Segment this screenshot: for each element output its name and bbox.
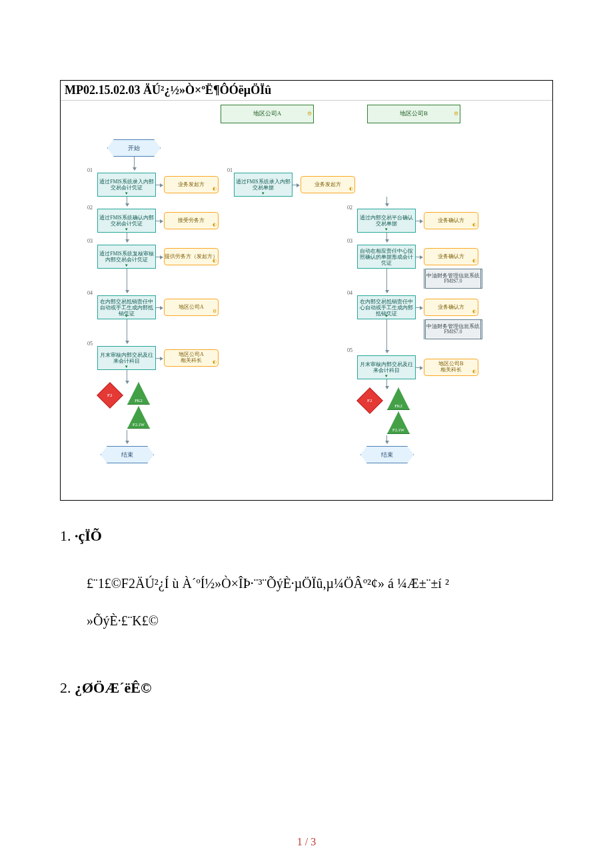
section-1-body: £¨1£©F2ÄÚ²¿Í ù À´ºÍ½»Ò×ÎÞ·¨³¨ÕýÈ·µÖÏû,µ¼… <box>87 565 553 639</box>
flow-arrow <box>386 233 387 242</box>
task-04-right: 在内部交易抵销责任中心自动或手工生成内部抵销凭证▾ <box>357 295 416 319</box>
flow-arrow <box>127 430 127 443</box>
step-num: 02 <box>87 205 93 211</box>
flow-arrow <box>156 358 163 359</box>
risk-f2-right-text: F2 <box>367 398 372 403</box>
task-05-left-text: 月末审核内部交易及往来会计科目 <box>99 352 154 364</box>
risk-f21w-right-text: F2.1W <box>392 427 404 433</box>
role-01a: 业务发起方◐ <box>164 176 219 193</box>
step-num: 03 <box>347 238 352 244</box>
system-04-right: 中油财务管理信息系统 FMIS7.0 <box>424 319 482 339</box>
task-02-right: 通过内部交易平台确认交易单据▾ <box>357 209 416 233</box>
flow-arrow <box>416 257 422 257</box>
task-mark-icon: ▾ <box>125 364 128 369</box>
flow-arrow <box>156 185 163 185</box>
flow-arrow <box>386 435 387 443</box>
task-04-left: 在内部交易抵销责任中自动或手工生成内部抵销凭证▾ <box>97 295 156 319</box>
lane-header-b: 地区公司B ⚙ <box>367 105 460 123</box>
risk-fk2-right-text: FK2 <box>394 403 402 409</box>
start-node: 开始 <box>107 139 161 157</box>
lane-a-label: 地区公司A <box>253 110 282 117</box>
risk-fk2-right: FK2 <box>387 387 410 410</box>
task-03-right-text: 自动在相应责任中心按照确认的单据形成会计凭证 <box>359 248 414 266</box>
role-04-right: 业务确认方◐ <box>424 299 478 316</box>
task-mark-icon: ▾ <box>125 263 128 268</box>
section-1-heading: 1. ·çÏÕ <box>60 527 553 545</box>
step-num: 05 <box>87 341 93 347</box>
task-mark-icon: ▾ <box>385 373 388 379</box>
lane-header-a: 地区公司A ⚙ <box>221 105 314 123</box>
task-mark-icon: ▾ <box>125 191 128 196</box>
flow-arrow <box>416 367 422 368</box>
task-mark-icon: ▾ <box>385 313 388 319</box>
role-02-right-text: 业务确认方 <box>438 218 464 224</box>
step-num: 01 <box>227 167 233 173</box>
flow-arrow <box>386 197 387 206</box>
role-icon: ◐ <box>472 223 476 228</box>
role-05-left: 地区公司A 相关科长◐ <box>164 349 219 367</box>
role-icon: ◐ <box>472 259 476 264</box>
flow-arrow <box>156 221 163 221</box>
risk-fk2-left: FK2 <box>127 382 150 405</box>
section-2-heading: 2. ¿ØÖÆ´ëÊ© <box>60 679 553 697</box>
flow-arrow <box>134 157 135 170</box>
task-01b-text: 通过FMIS系统录入内部交易单据 <box>236 179 291 191</box>
role-04-left: 地区公司A⚙ <box>164 299 219 316</box>
role-02-right: 业务确认方◐ <box>424 212 478 229</box>
role-02-left-text: 接受劳务方 <box>178 218 205 224</box>
flow-arrow <box>127 370 127 383</box>
task-03-left-text: 通过FMIS系统复核审核内部交易会计凭证 <box>99 251 154 263</box>
risk-f21w-left-text: F2.1W <box>133 422 145 428</box>
task-02-right-text: 通过内部交易平台确认交易单据 <box>359 215 414 227</box>
role-05-right: 地区公司B 相关科长◐ <box>424 359 478 376</box>
flow-arrow <box>293 185 299 185</box>
role-04-right-text: 业务确认方 <box>438 305 464 311</box>
flow-arrow <box>156 307 163 308</box>
end-node-left: 结束 <box>101 446 154 463</box>
role-icon: ◐ <box>349 187 353 192</box>
flowchart-container: MP02.15.02.03 ÄÚ²¿½»Ò×ºË¶ÔÓëµÖÏû 地区公司A ⚙… <box>60 80 553 501</box>
risk-f2-left: F2 <box>97 382 123 409</box>
role-03-right-text: 业务确认方 <box>438 254 464 260</box>
role-icon: ◐ <box>472 369 476 375</box>
diagram-title: MP02.15.02.03 ÄÚ²¿½»Ò×ºË¶ÔÓëµÖÏû <box>61 81 552 100</box>
flow-arrow <box>386 269 387 293</box>
role-icon: ◐ <box>213 223 217 228</box>
task-05-right-text: 月末审核内部交易及往来会计科目 <box>359 361 414 373</box>
flow-arrow <box>386 379 387 389</box>
task-mark-icon: ▾ <box>262 191 265 196</box>
flow-arrow <box>156 257 163 257</box>
role-05-right-text: 地区公司B 相关科长 <box>438 361 463 373</box>
section-1-line1: £¨1£©F2ÄÚ²¿Í ù À´ºÍ½»Ò×ÎÞ·¨³¨ÕýÈ·µÖÏû,µ¼… <box>87 565 553 602</box>
role-04-left-text: 地区公司A <box>179 305 204 311</box>
role-icon: ⚙ <box>213 309 217 315</box>
task-mark-icon: ▾ <box>385 227 388 232</box>
role-icon: ◐ <box>213 259 217 264</box>
role-01b-text: 业务发起方 <box>314 182 341 188</box>
system-04-right-text: 中油财务管理信息系统 FMIS7.0 <box>426 324 480 335</box>
flow-arrow <box>127 197 127 206</box>
task-mark-icon: ▾ <box>125 313 128 319</box>
flow-arrow <box>127 319 127 343</box>
section-2-number: 2. <box>60 679 71 696</box>
role-icon: ◐ <box>213 187 217 192</box>
step-num: 02 <box>347 205 352 211</box>
risk-f21w-right: F2.1W <box>387 411 410 434</box>
risk-fk2-left-text: FK2 <box>135 398 143 404</box>
org-icon: ⚙ <box>307 106 312 122</box>
task-05-right: 月末审核内部交易及往来会计科目▾ <box>357 355 416 379</box>
flow-arrow <box>127 233 127 242</box>
role-01a-text: 业务发起方 <box>178 182 205 188</box>
section-1-line2: »ÕýÈ·£¨K£© <box>87 602 553 639</box>
page-number: 1 / 3 <box>0 836 613 848</box>
task-02-left: 通过FMIS系统确认内部交易会计凭证▾ <box>97 209 156 233</box>
section-1-number: 1. <box>60 527 71 544</box>
org-icon: ⚙ <box>454 106 458 122</box>
document-page: MP02.15.02.03 ÄÚ²¿½»Ò×ºË¶ÔÓëµÖÏû 地区公司A ⚙… <box>0 0 613 868</box>
task-01a: 通过FMIS系统录入内部交易会计凭证▾ <box>97 173 156 197</box>
end-node-right: 结束 <box>360 446 414 463</box>
diagram-body: 地区公司A ⚙ 地区公司B ⚙ 开始 01 通过FMIS系统录入内部交易会计凭证… <box>61 100 552 500</box>
role-05-left-text: 地区公司A 相关科长 <box>179 352 204 364</box>
role-icon: ◐ <box>213 360 217 365</box>
section-1-title: ·çÏÕ <box>75 527 102 544</box>
